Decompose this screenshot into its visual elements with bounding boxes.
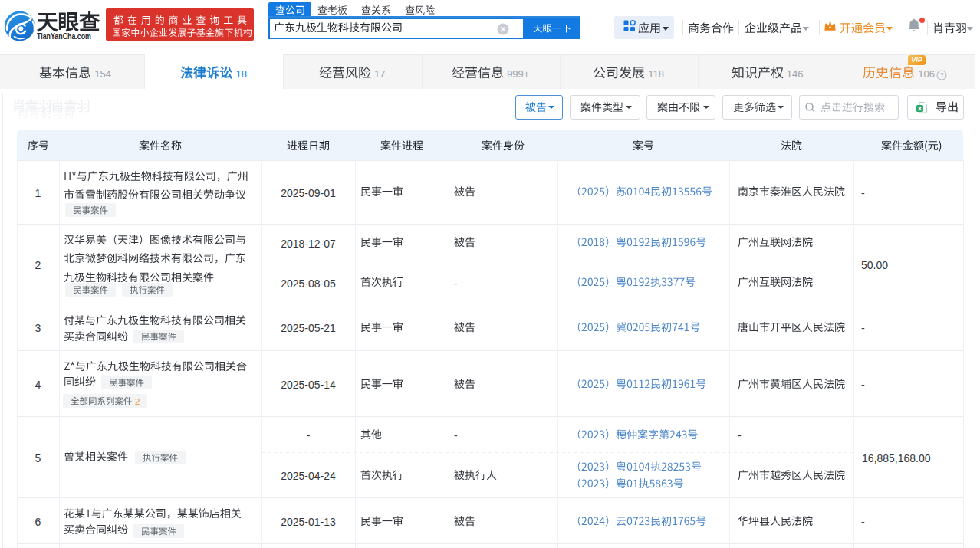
svg-text:?: ? [939, 71, 943, 79]
